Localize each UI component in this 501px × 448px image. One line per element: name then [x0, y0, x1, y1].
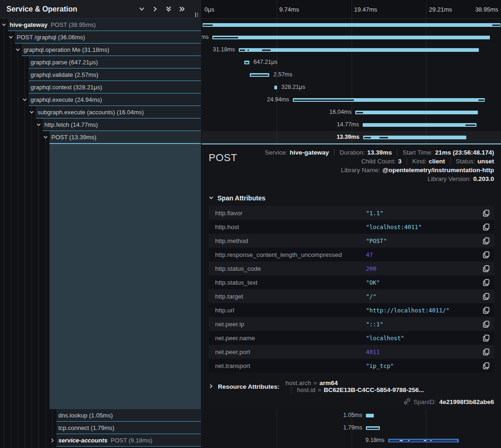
attribute-value: "/": [366, 293, 377, 300]
span-detail-header: POST Service:hive-gatewayDuration:13.39m…: [209, 149, 494, 182]
timeline-lane: 9.18ms: [202, 434, 501, 447]
double-chevron-right-icon[interactable]: [179, 6, 185, 12]
resource-attributes-row[interactable]: Resource Attributes: host.arch=arm64host…: [209, 380, 494, 393]
attribute-key: net.transport: [215, 362, 366, 369]
span-bar[interactable]: [363, 123, 476, 127]
tree-row-tcp-connect-1-79ms[interactable]: tcp.connect (1.79ms): [56, 422, 201, 434]
chevron-down-icon[interactable]: [15, 47, 20, 54]
chevron-right-icon[interactable]: [50, 437, 55, 444]
attribute-value: 4011: [366, 348, 380, 355]
span-bar-stripe: [240, 50, 245, 51]
copy-icon[interactable]: [483, 210, 489, 217]
attribute-row: http.target"/": [209, 289, 494, 303]
attribute-value: "OK": [366, 279, 380, 286]
chevron-down-icon: [209, 194, 214, 202]
double-chevron-down-icon[interactable]: [166, 6, 172, 12]
timeline-lane: 36.06ms: [202, 31, 501, 44]
span-duration-label: 31.18ms: [213, 44, 235, 56]
tree-row-graphql-operation-me-31-18ms[interactable]: graphql.operation Me (31.18ms): [22, 44, 201, 56]
copy-icon[interactable]: [483, 335, 489, 342]
timeline-lane: 24.94ms: [202, 93, 501, 106]
span-meta-item: Child Count:3: [361, 158, 402, 165]
axis-tick-label: 29.21ms: [429, 0, 452, 19]
service-operation-panel: Service & Operation hive-gatewayPOST (38…: [0, 0, 201, 448]
resource-attribute-value: arm64: [319, 380, 338, 386]
meta-value: client: [429, 158, 445, 165]
copy-icon[interactable]: [483, 293, 489, 300]
chevron-down-icon[interactable]: [8, 34, 13, 41]
tree-row-graphql-context-328-21-s[interactable]: graphql.context (328.21μs): [29, 81, 201, 93]
copy-icon[interactable]: [483, 237, 489, 244]
tree-row-hive-gateway[interactable]: hive-gatewayPOST (38.95ms): [8, 19, 201, 31]
chevron-right-icon: [209, 383, 214, 390]
copy-icon[interactable]: [483, 251, 489, 258]
span-bar-stripe: [364, 137, 371, 138]
chevron-down-icon[interactable]: [29, 109, 34, 116]
meta-label: Kind:: [412, 158, 427, 165]
attribute-value: "localhost": [366, 335, 404, 342]
timeline-lane: [202, 19, 501, 31]
span-bar[interactable]: [366, 414, 374, 417]
attribute-key: http.url: [215, 307, 366, 314]
span-duration-label: 1.79ms: [343, 422, 362, 434]
operation-name: graphql.operation Me (31.18ms): [24, 46, 109, 53]
attribute-row: net.peer.name"localhost": [209, 331, 494, 345]
span-bar-stripe: [245, 62, 248, 63]
timeline-lanes-top: 36.06ms31.18ms647.21μs2.57ms328.21μs24.9…: [202, 19, 501, 143]
copy-icon[interactable]: [483, 307, 489, 314]
chevron-down-icon[interactable]: [22, 97, 27, 104]
chevron-down-icon[interactable]: [43, 134, 48, 141]
link-icon[interactable]: [404, 398, 410, 406]
span-bar-stripe: [247, 50, 249, 51]
meta-value: hive-gateway: [290, 149, 329, 156]
chevron-down-icon[interactable]: [139, 6, 145, 12]
span-bar-stripe: [203, 25, 213, 26]
meta-value: 3: [398, 158, 402, 165]
copy-icon[interactable]: [483, 321, 489, 328]
operation-name: tcp.connect (1.79ms): [58, 424, 114, 431]
copy-icon[interactable]: [483, 279, 489, 286]
span-bar-tick: [424, 440, 427, 442]
tree-row-graphql-execute-24-94ms[interactable]: graphql.execute (24.94ms): [29, 93, 201, 106]
tree-row-service-accounts[interactable]: service-accountsPOST (9.18ms): [56, 434, 201, 447]
chevron-down-icon[interactable]: [1, 22, 6, 29]
meta-value: @opentelemetry/instrumentation-http: [383, 167, 494, 174]
meta-value: 0.203.0: [473, 175, 494, 182]
attribute-key: net.peer.port: [215, 348, 366, 355]
meta-value: unset: [477, 158, 494, 165]
span-meta-item: Library Version:0.203.0: [427, 175, 494, 182]
attribute-key: net.peer.name: [215, 335, 366, 342]
span-attributes-toggle[interactable]: Span Attributes: [209, 194, 494, 202]
meta-label: Duration:: [340, 149, 365, 156]
span-bar[interactable]: [363, 136, 466, 139]
panel-resize-handle[interactable]: [194, 12, 199, 18]
tree-row-subgraph-execute-accounts-16-04ms[interactable]: subgraph.execute (accounts) (16.04ms): [36, 106, 201, 118]
indent-guide: [4, 19, 4, 448]
span-bar[interactable]: [212, 36, 490, 39]
service-name: hive-gateway: [10, 21, 48, 28]
header-icon-group: [139, 6, 197, 12]
timeline-lane: 1.79ms: [202, 422, 501, 434]
tree-row-graphql-parse-647-21-s[interactable]: graphql.parse (647.21μs): [29, 56, 201, 68]
copy-icon[interactable]: [483, 348, 489, 355]
equals-sign: =: [318, 386, 322, 393]
tree-row-dns-lookup-1-05ms[interactable]: dns.lookup (1.05ms): [56, 409, 201, 422]
copy-icon[interactable]: [483, 362, 489, 369]
span-bar[interactable]: [274, 86, 277, 89]
tree-row-post-13-39ms[interactable]: POST (13.39ms): [49, 131, 201, 143]
chevron-down-icon[interactable]: [36, 122, 41, 129]
selected-span-block: [49, 143, 201, 409]
attribute-row: http.host"localhost:4011": [209, 220, 494, 234]
span-bar[interactable]: [203, 23, 501, 27]
tree-row-http-fetch-14-77ms[interactable]: http.fetch (14.77ms): [43, 118, 201, 131]
meta-value: 21ms (23:56:48.174): [435, 149, 494, 156]
resource-attribute-value: BC62E13B-C4CC-5854-9788-256...: [324, 386, 424, 393]
indent-guide: [18, 19, 18, 448]
copy-icon[interactable]: [483, 265, 489, 272]
span-bar[interactable]: [355, 111, 478, 114]
copy-icon[interactable]: [483, 224, 489, 230]
span-bar[interactable]: [239, 48, 479, 52]
chevron-right-icon[interactable]: [152, 6, 158, 12]
tree-row-graphql-validate-2-57ms[interactable]: graphql.validate (2.57ms): [29, 68, 201, 81]
tree-row-post-graphql-36-06ms[interactable]: POST /graphql (36.06ms): [15, 31, 201, 44]
